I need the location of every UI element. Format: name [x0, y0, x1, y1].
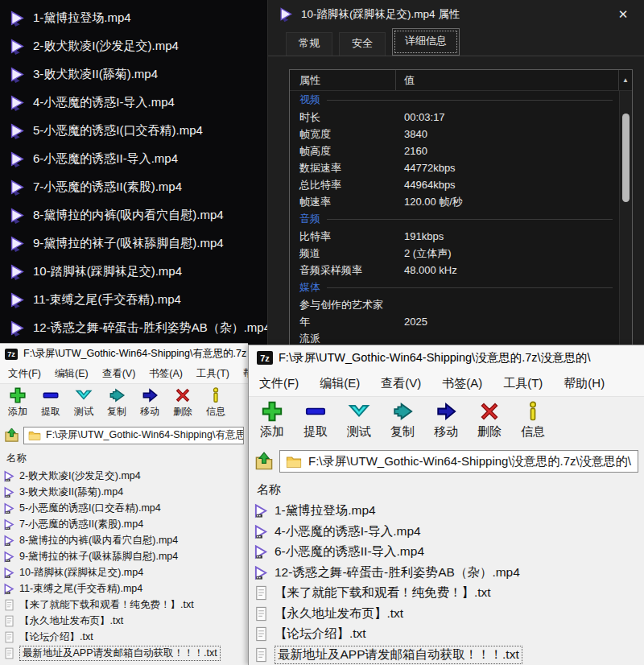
column-header-name[interactable]: 名称	[0, 446, 248, 468]
detail-row[interactable]: 频道2 (立体声)	[290, 245, 619, 262]
file-row[interactable]: 【永久地址发布页】.txt	[0, 613, 248, 629]
detail-row[interactable]: 时长00:03:17	[290, 109, 619, 126]
menu-view[interactable]: 查看(V)	[381, 376, 421, 391]
test-button[interactable]: 测试	[69, 386, 98, 419]
file-row[interactable]: 【论坛介绍】.txt	[249, 624, 644, 645]
test-button[interactable]: 测试	[341, 400, 378, 440]
list-item[interactable]: 1-黛博拉登场.mp4	[0, 4, 267, 32]
file-row-focused[interactable]: 最新地址及APP请发邮箱自动获取！！！.txt	[249, 645, 644, 665]
list-item[interactable]: 12-诱惑之舞-碎蛋击-胜利姿势AB（杂）.mp4	[0, 314, 267, 342]
tab-general[interactable]: 常规	[286, 32, 332, 56]
scrollbar[interactable]	[619, 91, 632, 349]
list-item[interactable]: 4-小恶魔的诱惑I-导入.mp4	[0, 89, 267, 117]
list-item[interactable]: 2-败犬欺凌I(沙发足交).mp4	[0, 32, 267, 60]
detail-row[interactable]: 音频采样频率48.000 kHz	[290, 262, 619, 279]
file-row[interactable]: 4-小恶魔的诱惑I-导入.mp4	[249, 522, 644, 543]
list-item[interactable]: 7-小恶魔的诱惑II(素股).mp4	[0, 173, 267, 201]
file-row[interactable]: 10-踏脚袜(踩脚袜足交).mp4	[0, 564, 248, 580]
list-item[interactable]: 8-黛博拉的内裤(吸内看穴自慰).mp4	[0, 201, 267, 229]
copy-button[interactable]: 复制	[384, 400, 421, 440]
list-item[interactable]: 3-败犬欺凌II(舔菊).mp4	[0, 60, 267, 89]
move-button[interactable]: 移动	[427, 400, 464, 440]
column-property[interactable]: 属性	[290, 70, 396, 90]
file-row[interactable]: 1-黛博拉登场.mp4	[249, 501, 644, 522]
up-one-level-button[interactable]	[254, 452, 274, 471]
move-button[interactable]: 移动	[135, 386, 164, 419]
detail-row[interactable]: 数据速率44772kbps	[290, 159, 619, 176]
video-file-name: 8-黛博拉的内裤(吸内看穴自慰).mp4	[33, 208, 224, 223]
detail-row[interactable]: 年2025	[290, 313, 619, 330]
detail-row[interactable]: 比特率191kbps	[290, 228, 619, 245]
file-row[interactable]: 【论坛介绍】.txt	[0, 629, 248, 645]
detail-row[interactable]: 帧宽度3840	[290, 126, 619, 142]
file-row[interactable]: 8-黛博拉的内裤(吸内看穴自慰).mp4	[0, 532, 248, 548]
extract-button[interactable]: 提取	[36, 386, 65, 419]
file-row[interactable]: 7-小恶魔的诱惑II(素股).mp4	[0, 516, 248, 532]
7zip-app-icon: 7z	[5, 349, 18, 360]
up-one-level-button[interactable]	[4, 428, 19, 443]
list-item[interactable]: 9-黛博拉的袜子(吸袜舔脚自慰).mp4	[0, 229, 267, 258]
menu-view[interactable]: 查看(V)	[102, 367, 136, 381]
info-button[interactable]: 信息	[514, 400, 551, 440]
detail-row[interactable]: 参与创作的艺术家	[290, 296, 619, 313]
column-value[interactable]: 值	[396, 70, 619, 90]
tab-details[interactable]: 详细信息	[392, 28, 460, 56]
list-item[interactable]: 6-小恶魔的诱惑II-导入.mp4	[0, 145, 267, 173]
file-row[interactable]: 11-束缚之尾(手交吞精).mp4	[0, 580, 248, 597]
menu-bookmarks[interactable]: 书签(A)	[149, 367, 183, 381]
list-item[interactable]: 11-束缚之尾(手交吞精).mp4	[0, 286, 267, 314]
play-icon	[8, 66, 26, 84]
menu-file[interactable]: 文件(F)	[259, 376, 299, 391]
text-file-icon	[254, 606, 269, 622]
copy-icon	[391, 400, 414, 423]
file-row[interactable]: 6-小恶魔的诱惑II-导入.mp4	[249, 542, 644, 563]
play-icon	[278, 6, 294, 23]
file-row[interactable]: 3-败犬欺凌II(舔菊).mp4	[0, 484, 248, 500]
add-button[interactable]: 添加	[254, 400, 291, 440]
detail-row[interactable]: 帧高度2160	[290, 142, 619, 159]
list-item[interactable]: 10-踏脚袜(踩脚袜足交).mp4	[0, 258, 267, 286]
address-field[interactable]: F:\录屏\UTW_Gothic-Win64-Shipping\有意思的.7z\	[23, 427, 244, 444]
play-icon	[8, 263, 26, 281]
tab-security[interactable]: 安全	[339, 32, 386, 56]
close-icon[interactable]: ✕	[613, 7, 633, 22]
menu-tools[interactable]: 工具(T)	[196, 367, 229, 381]
video-file-icon	[3, 583, 15, 595]
menu-file[interactable]: 文件(F)	[8, 367, 41, 381]
play-icon	[8, 235, 26, 253]
file-row[interactable]: 12-诱惑之舞-碎蛋击-胜利姿势AB（杂）.mp4	[249, 563, 644, 584]
file-row[interactable]: 【来了就能下载和观看！纯免费！】.txt	[0, 597, 248, 613]
copy-button[interactable]: 复制	[102, 386, 131, 419]
detail-row[interactable]: 总比特率44964kbps	[290, 176, 619, 193]
menu-edit[interactable]: 编辑(E)	[55, 367, 89, 381]
add-button[interactable]: 添加	[3, 386, 32, 419]
menu-help[interactable]: 帮助(H)	[564, 376, 605, 391]
video-file-name: 2-败犬欺凌I(沙发足交).mp4	[33, 39, 179, 54]
video-file-icon	[3, 551, 15, 563]
details-rows: 视频 时长00:03:17 帧宽度3840 帧高度2160 数据速率44772k…	[290, 91, 619, 349]
menu-edit[interactable]: 编辑(E)	[320, 376, 360, 391]
menu-bookmarks[interactable]: 书签(A)	[442, 376, 482, 391]
video-file-icon	[3, 567, 15, 579]
detail-row[interactable]: 帧速率120.00 帧/秒	[290, 193, 619, 210]
delete-button[interactable]: 删除	[471, 400, 508, 440]
scrollbar-thumb[interactable]	[622, 114, 630, 202]
file-row[interactable]: 9-黛博拉的袜子(吸袜舔脚自慰).mp4	[0, 548, 248, 564]
file-row-focused[interactable]: 最新地址及APP请发邮箱自动获取！！！.txt	[0, 645, 248, 661]
dialog-titlebar: 10-踏脚袜(踩脚袜足交).mp4 属性 ✕	[268, 0, 644, 29]
extract-button[interactable]: 提取	[297, 400, 334, 440]
video-file-name: 6-小恶魔的诱惑II-导入.mp4	[33, 151, 178, 167]
info-button[interactable]: 信息	[201, 386, 230, 419]
list-item[interactable]: 5-小恶魔的诱惑I(口交吞精).mp4	[0, 117, 267, 145]
column-header-name[interactable]: 名称	[249, 475, 644, 501]
file-row[interactable]: 2-败犬欺凌I(沙发足交).mp4	[0, 468, 248, 484]
delete-button[interactable]: 删除	[168, 386, 197, 419]
scroll-up-icon[interactable]: ▲	[619, 76, 632, 84]
address-field[interactable]: F:\录屏\UTW_Gothic-Win64-Shipping\没意思的.7z\…	[279, 450, 638, 473]
file-row[interactable]: 【来了就能下载和观看！纯免费！】.txt	[249, 583, 644, 604]
file-row[interactable]: 【永久地址发布页】.txt	[249, 604, 644, 625]
file-list: 2-败犬欺凌I(沙发足交).mp4 3-败犬欺凌II(舔菊).mp4 5-小恶魔…	[0, 468, 248, 661]
file-row[interactable]: 5-小恶魔的诱惑I(口交吞精).mp4	[0, 500, 248, 516]
menu-tools[interactable]: 工具(T)	[503, 376, 543, 391]
address-bar: F:\录屏\UTW_Gothic-Win64-Shipping\有意思的.7z\	[0, 424, 248, 446]
